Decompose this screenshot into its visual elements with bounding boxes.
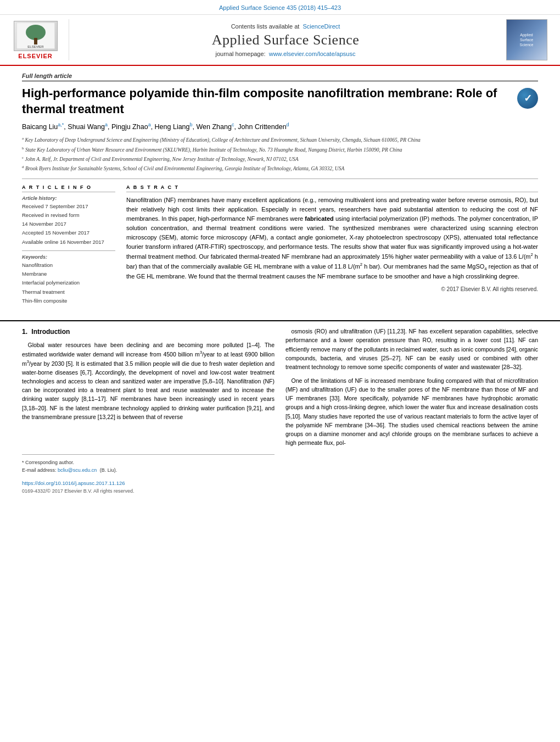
history-label: Article history: [22,196,115,201]
affiliations-section: a Key Laboratory of Deep Underground Sci… [22,136,538,173]
intro-right-col: osmosis (RO) and ultrafiltration (UF) [1… [285,327,538,495]
available-date: Available online 16 November 2017 [22,238,115,246]
issn-line: 0169-4332/© 2017 Elsevier B.V. All right… [22,488,275,495]
received-revised-date: 14 November 2017 [22,220,115,228]
intro-left-col: 1. Introduction Global water resources h… [22,327,275,495]
journal-cover-image: AppliedSurfaceScience [506,19,547,60]
footnote-divider [22,454,275,455]
keyword-1: Nanofiltration [22,261,115,269]
doi-section: https://doi.org/10.1016/j.apsusc.2017.11… [22,478,275,488]
journal-title: Applied Surface Science [212,32,360,48]
elsevier-logo-section: ELSEVIER ELSEVIER [9,19,69,60]
authors-line: Baicang Liua,*, Shuai Wanga, Pingju Zhao… [22,121,538,132]
received-date: Received 7 September 2017 [22,203,115,210]
homepage-url[interactable]: www.elsevier.com/locate/apsusc [269,51,356,57]
received-revised-label: Received in revised form [22,211,115,219]
copyright-notice: © 2017 Elsevier B.V. All rights reserved… [126,286,538,292]
intro-paragraph-3-right: One of the limitations of NF is increase… [285,376,538,448]
keyword-5: Thin-film composite [22,297,115,305]
journal-citation-link[interactable]: Applied Surface Science 435 (2018) 415–4… [219,4,341,11]
journal-title-section: Contents lists available at ScienceDirec… [78,19,493,60]
accepted-date: Accepted 15 November 2017 [22,229,115,237]
elsevier-logo-image: ELSEVIER [14,21,58,51]
article-body: Full length article High-performance pol… [0,66,560,315]
affiliation-d: d Brook Byers Institute for Sustainable … [22,164,538,172]
homepage-line: journal homepage: www.elsevier.com/locat… [216,51,356,57]
keywords-label: Keywords: [22,254,115,260]
keyword-4: Thermal treatment [22,288,115,296]
email-link[interactable]: bcliu@scu.edu.cn [58,467,97,473]
article-title-row: High-performance polyamide thin-film com… [22,86,538,117]
info-abstract-section: A R T I C L E I N F O Article history: R… [22,178,538,306]
main-content-section: 1. Introduction Global water resources h… [0,320,560,506]
intro-paragraph-1: Global water resources have been declini… [22,341,275,421]
corresponding-author-note: * Corresponding author. [22,459,275,467]
email-note: E-mail address: bcliu@scu.edu.cn (B. Liu… [22,467,275,475]
elsevier-label: ELSEVIER [18,53,52,59]
affiliation-b: b State Key Laboratory of Urban Water Re… [22,146,538,154]
abstract-column: A B S T R A C T Nanofiltration (NF) memb… [126,185,538,306]
svg-rect-2 [34,38,37,44]
keywords-section: Keywords: Nanofiltration Membrane Interf… [22,250,115,305]
article-info-title: A R T I C L E I N F O [22,185,115,192]
doi-link[interactable]: https://doi.org/10.1016/j.apsusc.2017.11… [22,480,125,486]
article-info-column: A R T I C L E I N F O Article history: R… [22,185,115,306]
svg-text:ELSEVIER: ELSEVIER [27,45,44,48]
article-title: High-performance polyamide thin-film com… [22,86,511,117]
section-1-heading: 1. Introduction [22,327,275,337]
keyword-3: Interfacial polymerization [22,279,115,287]
keyword-2: Membrane [22,270,115,278]
article-type-label: Full length article [22,72,538,81]
svg-point-1 [26,25,46,40]
journal-thumbnail: AppliedSurfaceScience [502,19,551,60]
affiliation-c: c John A. Reif, Jr. Department of Civil … [22,155,538,163]
affiliation-a: a Key Laboratory of Deep Underground Sci… [22,136,538,144]
intro-paragraph-2-right: osmosis (RO) and ultrafiltration (UF) [1… [285,327,538,371]
abstract-title: A B S T R A C T [126,185,538,192]
contents-available-line: Contents lists available at ScienceDirec… [231,23,340,30]
abstract-text: Nanofiltration (NF) membranes have many … [126,196,538,282]
journal-citation-bar: Applied Surface Science 435 (2018) 415–4… [0,0,560,15]
introduction-two-col: 1. Introduction Global water resources h… [22,327,538,495]
crossmark-icon[interactable]: ✓ [517,88,538,109]
journal-header: ELSEVIER ELSEVIER Contents lists availab… [0,15,560,66]
footnote-area: * Corresponding author. E-mail address: … [22,454,275,495]
science-direct-link[interactable]: ScienceDirect [303,23,340,30]
